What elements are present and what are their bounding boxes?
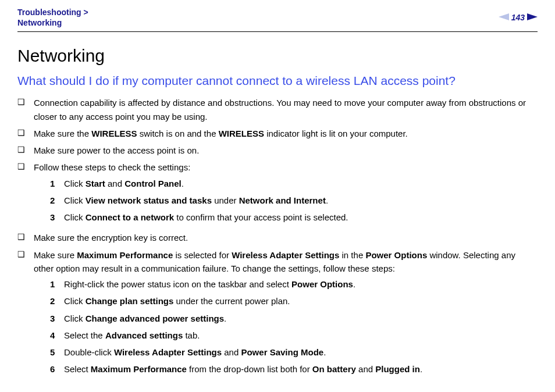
bullet-marker-icon: ❑ xyxy=(17,161,34,227)
numbered-item: 1Click Start and Control Panel. xyxy=(50,177,538,190)
step-number: 6 xyxy=(50,362,64,376)
bullet-item: ❑Make sure the encryption key is correct… xyxy=(17,231,538,244)
svg-marker-1 xyxy=(527,13,538,20)
breadcrumb-line2: Networking xyxy=(17,18,62,27)
bullet-body: Make sure Maximum Performance is selecte… xyxy=(34,248,538,380)
step-text: Click Change plan settings under the cur… xyxy=(64,294,538,308)
step-text: Select the Advanced settings tab. xyxy=(64,329,538,342)
bullet-marker-icon: ❑ xyxy=(17,231,34,244)
bullet-marker-icon: ❑ xyxy=(17,144,34,157)
arrow-right-icon[interactable] xyxy=(527,12,538,23)
numbered-item: 5Double-click Wireless Adapter Settings … xyxy=(50,345,538,359)
step-text: Select Maximum Performance from the drop… xyxy=(64,362,538,376)
numbered-list: 1Click Start and Control Panel.2Click Vi… xyxy=(50,177,538,224)
page-number-region: 143 xyxy=(499,12,538,23)
bullet-body: Make sure power to the access point is o… xyxy=(34,144,538,157)
bullet-body: Follow these steps to check the settings… xyxy=(34,161,538,227)
step-number: 2 xyxy=(50,194,64,207)
step-number: 3 xyxy=(50,211,64,224)
numbered-item: 3Click Connect to a network to confirm t… xyxy=(50,211,538,224)
bullet-marker-icon: ❑ xyxy=(17,96,34,123)
step-text: Click Connect to a network to confirm th… xyxy=(64,211,538,224)
bullet-body: Connection capability is affected by dis… xyxy=(34,96,538,123)
bullet-item: ❑Make sure Maximum Performance is select… xyxy=(17,248,538,380)
bullet-marker-icon: ❑ xyxy=(17,127,34,140)
step-number: 1 xyxy=(50,177,64,190)
bullet-body: Make sure the WIRELESS switch is on and … xyxy=(34,127,538,140)
bullet-item: ❑Connection capability is affected by di… xyxy=(17,96,538,123)
page-header: Troubleshooting > Networking 143 xyxy=(17,7,538,32)
bullet-item: ❑Make sure power to the access point is … xyxy=(17,144,538,157)
numbered-item: 1Right-click the power status icon on th… xyxy=(50,277,538,291)
document-page: Troubleshooting > Networking 143 Network… xyxy=(0,0,555,392)
step-number: 3 xyxy=(50,312,64,325)
svg-marker-0 xyxy=(499,13,509,20)
step-text: Click Change advanced power settings. xyxy=(64,312,538,325)
numbered-item: 6Select Maximum Performance from the dro… xyxy=(50,362,538,376)
numbered-item: 2Click View network status and tasks und… xyxy=(50,194,538,207)
question-heading: What should I do if my computer cannot c… xyxy=(17,74,538,88)
bullet-marker-icon: ❑ xyxy=(17,248,34,380)
content-body: ❑Connection capability is affected by di… xyxy=(17,96,538,379)
numbered-list: 1Right-click the power status icon on th… xyxy=(50,277,538,376)
step-text: Double-click Wireless Adapter Settings a… xyxy=(64,345,538,359)
bullet-item: ❑Make sure the WIRELESS switch is on and… xyxy=(17,127,538,140)
breadcrumb: Troubleshooting > Networking xyxy=(17,7,88,28)
step-text: Click Start and Control Panel. xyxy=(64,177,538,190)
numbered-item: 3Click Change advanced power settings. xyxy=(50,312,538,325)
step-number: 1 xyxy=(50,277,64,291)
bullet-list: ❑Connection capability is affected by di… xyxy=(17,96,538,379)
section-title: Networking xyxy=(17,46,538,66)
step-number: 2 xyxy=(50,294,64,308)
bullet-body: Make sure the encryption key is correct. xyxy=(34,231,538,244)
step-text: Click View network status and tasks unde… xyxy=(64,194,538,207)
step-number: 5 xyxy=(50,345,64,359)
numbered-item: 2Click Change plan settings under the cu… xyxy=(50,294,538,308)
bullet-item: ❑Follow these steps to check the setting… xyxy=(17,161,538,227)
step-text: Right-click the power status icon on the… xyxy=(64,277,538,291)
arrow-left-icon[interactable] xyxy=(499,12,509,23)
numbered-item: 4Select the Advanced settings tab. xyxy=(50,329,538,342)
page-number-text: 143 xyxy=(511,13,525,22)
breadcrumb-line1: Troubleshooting > xyxy=(17,8,88,17)
step-number: 4 xyxy=(50,329,64,342)
